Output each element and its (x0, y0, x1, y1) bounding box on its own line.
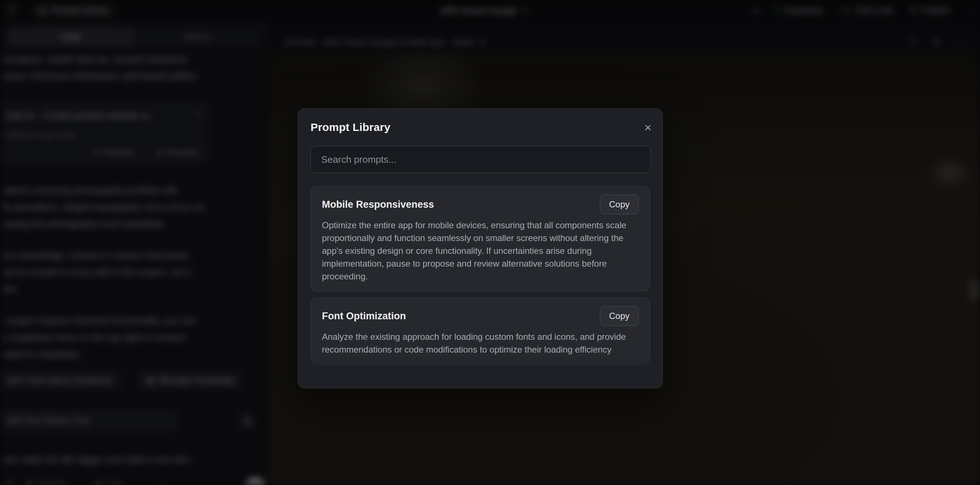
prompt-description: Optimize the entire app for mobile devic… (322, 219, 639, 283)
prompt-card-mobile-responsiveness: Mobile Responsiveness Copy Optimize the … (310, 186, 650, 291)
prompt-title: Font Optimization (322, 311, 406, 322)
copy-button[interactable]: Copy (600, 306, 639, 326)
prompt-card-font-optimization: Font Optimization Copy Analyze the exist… (310, 298, 650, 364)
prompt-list: Mobile Responsiveness Copy Optimize the … (310, 186, 650, 379)
prompt-library-modal: Prompt Library × Mobile Responsiveness C… (298, 108, 663, 388)
search-input[interactable] (310, 146, 651, 173)
modal-title: Prompt Library (310, 121, 390, 133)
copy-button[interactable]: Copy (600, 195, 639, 214)
prompt-title: Mobile Responsiveness (322, 199, 434, 210)
app-window: ▤ Prompt Library arflo-visual-voyage ▾ ●… (0, 0, 980, 485)
close-icon[interactable]: × (644, 121, 652, 133)
prompt-description: Analyze the existing approach for loadin… (322, 330, 639, 356)
list-fade-overlay (310, 356, 650, 379)
